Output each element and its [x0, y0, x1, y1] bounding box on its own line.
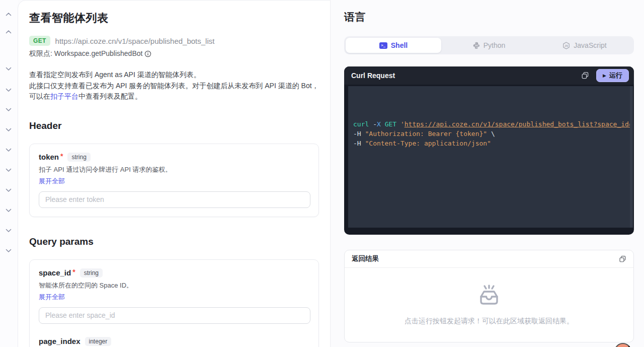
desc-line: 此接口仅支持查看已发布为 API 服务的智能体列表。对于创建后从未发布到 API… [29, 81, 319, 92]
language-heading: 语言 [344, 10, 634, 24]
code-line: -H "Authorization: Bearer {token}" \ [353, 129, 626, 138]
tab-label: Python [484, 41, 506, 49]
tab-label: Shell [391, 41, 408, 49]
code-line: -H "Content-Type: application/json" [353, 138, 626, 148]
chevron-down-icon[interactable] [4, 207, 13, 214]
param-type-badge: integer [85, 337, 112, 346]
header-params-card: token * string 扣子 API 通过访问令牌进行 API 请求的鉴权… [29, 144, 319, 217]
run-button[interactable]: ▶ 运行 [596, 69, 629, 82]
empty-state-text: 点击运行按钮发起请求！可以在此区域获取返回结果。 [405, 317, 574, 326]
result-panel: 返回结果 点击运行按钮发起请求！可以在此区域获取返回结果。 [344, 250, 634, 342]
javascript-icon: JS [562, 42, 570, 49]
curl-request-block: Curl Request ▶ 运行 curl -X GET 'https://a… [344, 66, 634, 235]
code-token: -H [353, 130, 365, 137]
desc-text: 可以在 [29, 92, 50, 100]
api-doc-debug-page: 查看智能体列表 GET https://api.coze.cn/v1/space… [0, 0, 644, 347]
coze-platform-link[interactable]: 扣子平台 [50, 92, 78, 100]
param-field-space-id: space_id * string 智能体所在的空间的 Space ID。 展开… [39, 268, 309, 324]
permission-label: 权限点: Workspace.getPublishedBot [29, 49, 142, 58]
expand-all-link[interactable]: 展开全部 [39, 177, 65, 186]
curl-header: Curl Request ▶ 运行 [344, 66, 634, 85]
code-token: -H [353, 140, 365, 147]
code-line: curl -X GET 'https://api.coze.cn/v1/spac… [353, 119, 626, 129]
param-name: space_id [39, 268, 71, 277]
code-token [396, 120, 400, 128]
chevron-down-icon[interactable] [4, 65, 13, 73]
play-icon: ▶ [603, 73, 606, 78]
endpoint-url: https://api.coze.cn/v1/space/published_b… [55, 37, 215, 45]
required-star: * [60, 152, 63, 160]
page-title: 查看智能体列表 [29, 11, 319, 26]
left-rail [0, 0, 18, 347]
chevron-down-icon[interactable] [4, 247, 13, 254]
debug-column: 语言 >_ Shell Python JS JavaScript Curl [344, 0, 634, 342]
chevron-down-icon[interactable] [4, 126, 13, 133]
language-tabs: >_ Shell Python JS JavaScript [344, 36, 634, 54]
param-type-badge: string [67, 153, 90, 162]
code-token [381, 120, 385, 128]
chevron-down-icon[interactable] [4, 147, 13, 154]
code-token: GET [385, 120, 396, 128]
desc-text: 中查看列表及配置。 [78, 92, 142, 100]
curl-code: curl -X GET 'https://api.coze.cn/v1/spac… [348, 86, 633, 228]
shell-terminal-icon: >_ [379, 42, 387, 49]
param-type-badge: string [80, 268, 103, 277]
empty-inbox-icon [475, 285, 503, 310]
code-token: - [369, 120, 377, 128]
required-star: * [72, 268, 75, 276]
param-desc: 智能体所在的空间的 Space ID。 [39, 281, 309, 290]
code-token: curl [353, 120, 369, 128]
python-icon [473, 42, 480, 49]
copy-result-button[interactable] [617, 253, 628, 265]
run-label: 运行 [609, 71, 622, 80]
result-title: 返回结果 [352, 254, 617, 263]
tab-label: JavaScript [574, 41, 606, 49]
chevron-down-icon[interactable] [4, 167, 13, 174]
param-name: page_index [39, 337, 80, 345]
floating-help-button[interactable] [614, 343, 631, 347]
doc-panel: 查看智能体列表 GET https://api.coze.cn/v1/space… [18, 0, 331, 347]
chevron-down-icon[interactable] [4, 87, 13, 94]
code-token: "Content-Type: application/json" [365, 140, 491, 147]
chevron-up-icon[interactable] [4, 11, 13, 18]
chevron-down-icon[interactable] [4, 227, 13, 234]
code-token: \ [487, 130, 495, 137]
http-method-badge: GET [29, 36, 50, 46]
chevron-up-icon[interactable] [4, 28, 13, 35]
code-token: ' [400, 120, 405, 128]
code-token: X [377, 120, 381, 128]
tab-python[interactable]: Python [441, 38, 537, 53]
space-id-input[interactable] [39, 307, 310, 324]
desc-line: 查看指定空间发布到 Agent as API 渠道的智能体列表。 [29, 70, 319, 81]
chevron-down-icon[interactable] [4, 187, 13, 194]
expand-all-link[interactable]: 展开全部 [39, 293, 65, 302]
query-params-card: space_id * string 智能体所在的空间的 Space ID。 展开… [29, 259, 319, 347]
svg-text:JS: JS [565, 44, 568, 47]
endpoint-row: GET https://api.coze.cn/v1/space/publish… [29, 36, 319, 46]
result-header: 返回结果 [345, 250, 633, 268]
doc-description: 查看指定空间发布到 Agent as API 渠道的智能体列表。 此接口仅支持查… [29, 70, 319, 102]
info-icon[interactable] [144, 50, 151, 57]
param-desc: 扣子 API 通过访问令牌进行 API 请求的鉴权。 [39, 165, 309, 174]
permission-row: 权限点: Workspace.getPublishedBot [29, 49, 319, 58]
code-scrollbar[interactable] [630, 86, 633, 228]
param-field-page-index: page_index integer 分页查询时的页码。 展开全部 [39, 337, 309, 347]
desc-line: 可以在扣子平台中查看列表及配置。 [29, 91, 319, 102]
code-url-link[interactable]: https://api.coze.cn/v1/space/published_b… [405, 120, 633, 128]
token-input[interactable] [39, 191, 310, 208]
section-heading-query: Query params [29, 236, 319, 247]
curl-title: Curl Request [351, 72, 579, 80]
tab-shell[interactable]: >_ Shell [346, 38, 441, 53]
chevron-down-icon[interactable] [4, 106, 13, 113]
result-empty-state: 点击运行按钮发起请求！可以在此区域获取返回结果。 [345, 268, 633, 342]
section-heading-header: Header [29, 120, 319, 131]
copy-code-button[interactable] [579, 70, 591, 82]
tab-javascript[interactable]: JS JavaScript [537, 38, 632, 53]
param-field-token: token * string 扣子 API 通过访问令牌进行 API 请求的鉴权… [39, 153, 309, 208]
code-token: "Authorization: Bearer {token}" [365, 130, 487, 137]
param-name: token [39, 153, 59, 161]
